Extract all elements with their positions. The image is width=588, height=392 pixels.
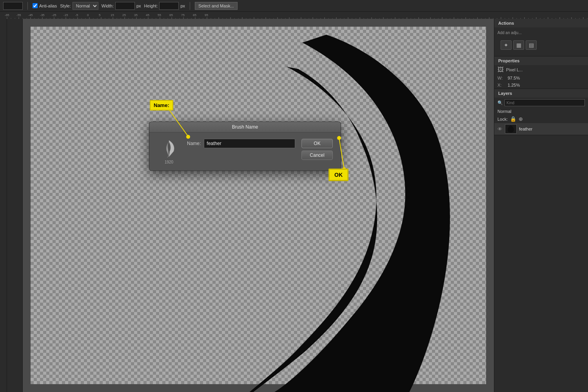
- actions-panel-header: Actions: [494, 19, 588, 27]
- dialog-fields: Name:: [187, 139, 295, 148]
- dialog-titlebar: Brush Name: [149, 122, 341, 132]
- properties-panel-header: Properties: [494, 56, 588, 65]
- name-label: Name:: [187, 141, 201, 146]
- ruler-left: [0, 19, 7, 392]
- dialog-buttons: OK Cancel: [301, 139, 333, 160]
- svg-rect-1: [0, 19, 7, 392]
- select-and-mask-button[interactable]: Select and Mask...: [195, 2, 238, 10]
- right-sidebar: Actions Add an adju... ✦ ▦ ▤ Properties …: [494, 19, 588, 392]
- x-prop-row: X: 1.25%: [494, 82, 588, 89]
- style-field: Style: Normal: [60, 2, 98, 10]
- anti-alias-checkbox[interactable]: [33, 3, 38, 8]
- ruler-canvas: [0, 12, 588, 19]
- width-unit: px: [136, 4, 141, 8]
- toolbar-divider-1: [27, 2, 28, 10]
- levels-action-icon[interactable]: ▤: [526, 40, 537, 50]
- layers-panel: Layers 🔍 Normal Lock: 🔒 ⊕ 👁 feather: [494, 89, 588, 392]
- brush-size-label: 1920: [165, 160, 173, 164]
- layers-lock-row: Lock: 🔒 ⊕: [494, 115, 588, 123]
- brush-name-dialog[interactable]: Brush Name 1920 Name:: [149, 122, 341, 171]
- canvas-area: [23, 19, 494, 392]
- cancel-button[interactable]: Cancel: [301, 151, 333, 160]
- position-x-field: 0 px: [3, 2, 23, 10]
- width-prop-row: W: 97.5%: [494, 74, 588, 82]
- layer-item-feather[interactable]: 👁 feather: [494, 123, 588, 135]
- add-adjustment-label: Add an adju...: [497, 31, 585, 37]
- ok-button[interactable]: OK: [301, 139, 333, 148]
- toolbar-divider-2: [190, 2, 190, 10]
- properties-panel: Properties 🖼 Pixel L... W: 97.5% X: 1.25…: [494, 56, 588, 89]
- width-field: Width: px: [102, 2, 141, 10]
- dialog-body: 1920 Name: OK Cancel: [149, 132, 341, 171]
- ruler-left-svg: [0, 19, 7, 392]
- layer-thumb-svg: [505, 125, 516, 133]
- pixel-layer-row: 🖼 Pixel L...: [494, 65, 588, 74]
- layers-search-bar: 🔍: [494, 98, 588, 108]
- height-field: Height: px: [144, 2, 185, 10]
- name-row: Name:: [187, 139, 295, 148]
- feather-artwork: [31, 27, 486, 392]
- left-sidebar: [7, 19, 23, 392]
- anti-alias-label: Anti-alias: [33, 3, 57, 8]
- layers-panel-header: Layers: [494, 89, 588, 98]
- canvas-wrapper: [31, 27, 486, 384]
- brush-icon: [161, 139, 177, 158]
- layers-blend-mode-row: Normal: [494, 108, 588, 115]
- actions-panel-content: Add an adju... ✦ ▦ ▤: [494, 27, 588, 56]
- width-input[interactable]: [115, 2, 135, 10]
- curves-action-icon[interactable]: ▦: [513, 40, 524, 50]
- kind-search-input[interactable]: [505, 99, 585, 106]
- height-input[interactable]: [159, 2, 179, 10]
- name-input[interactable]: [204, 139, 295, 148]
- layer-thumbnail: [505, 124, 517, 134]
- position-x-input[interactable]: 0 px: [3, 2, 23, 10]
- actions-icons-row: ✦ ▦ ▤: [497, 37, 585, 53]
- height-unit: px: [180, 4, 185, 8]
- brush-preview: 1920: [157, 139, 181, 164]
- top-toolbar: 0 px Anti-alias Style: Normal Width: px …: [0, 0, 588, 12]
- brightness-action-icon[interactable]: ✦: [501, 40, 512, 50]
- style-select[interactable]: Normal: [73, 2, 98, 10]
- actions-panel: Actions Add an adju... ✦ ▦ ▤: [494, 19, 588, 56]
